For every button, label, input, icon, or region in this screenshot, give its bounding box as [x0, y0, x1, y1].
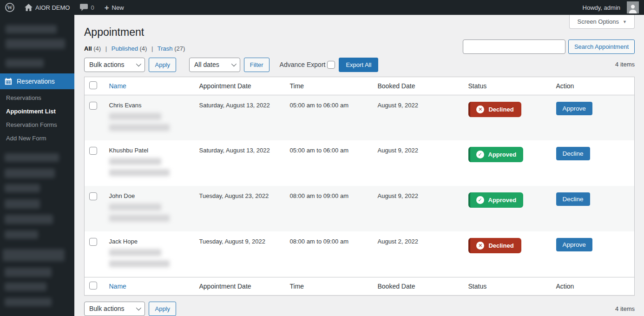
column-action: Action [552, 277, 635, 295]
items-count: 4 items [615, 305, 635, 312]
new-label: New [112, 4, 124, 11]
reservations-submenu: Reservations Appointment List Reservatio… [0, 91, 74, 145]
appointment-date: Saturday, August 13, 2022 [195, 95, 285, 140]
table-footer-row: Name Appointment Date Time Booked Date S… [85, 277, 635, 295]
wordpress-menu-button[interactable]: W [0, 0, 20, 15]
appointment-time: 08:00 am to 09:00 am [285, 231, 373, 277]
items-count: 4 items [615, 61, 635, 68]
table-row: John Doe Tuesday, August 23, 2022 08:00 … [85, 186, 635, 231]
bulk-actions-select[interactable]: Bulk actions [84, 58, 145, 72]
tablenav-bottom: Bulk actions Apply 4 items [84, 302, 635, 316]
select-all-checkbox[interactable] [89, 81, 97, 89]
approve-button[interactable]: Approve [556, 102, 592, 115]
apply-button[interactable]: Apply [149, 302, 176, 316]
page-title: Appointment [84, 15, 635, 41]
sidebar-item-label: Reservations [17, 78, 55, 85]
appointment-time: 08:00 am to 09:00 am [285, 186, 373, 231]
comment-icon [80, 4, 88, 11]
appointment-name: Jack Hope [109, 238, 190, 245]
declined-icon: ✕ [476, 105, 484, 113]
status-badge: ✓Approved [468, 147, 524, 162]
filter-all[interactable]: All (4) [84, 45, 101, 52]
column-status: Status [464, 77, 552, 95]
search-appointment-button[interactable]: Search Appointment [568, 40, 635, 54]
column-booked-date: Booked Date [373, 77, 464, 95]
submenu-item-reservations[interactable]: Reservations [0, 91, 74, 105]
admin-sidebar: Reservations Reservations Appointment Li… [0, 15, 74, 316]
decline-button[interactable]: Decline [556, 147, 590, 160]
redacted-contact-line [109, 113, 161, 120]
redacted-contact-line [109, 249, 161, 256]
filter-published[interactable]: Published (4) [112, 45, 147, 52]
redacted-menu-item [6, 25, 57, 33]
sort-by-name-link[interactable]: Name [109, 283, 126, 290]
booked-date: August 9, 2022 [373, 186, 464, 231]
redacted-contact-line [109, 260, 170, 267]
advance-export-checkbox[interactable] [327, 61, 335, 69]
appointment-name: Khushbu Patel [109, 147, 190, 154]
admin-bar: W AIOR DEMO 0 + New Howdy, admin [0, 0, 644, 15]
submenu-item-appointment-list[interactable]: Appointment List [0, 105, 74, 118]
advance-export-label: Advance Export [280, 61, 326, 68]
site-name-link[interactable]: AIOR DEMO [20, 0, 75, 15]
comments-button[interactable]: 0 [75, 0, 99, 15]
redacted-contact-line [109, 215, 170, 222]
search-box: Search Appointment [463, 40, 635, 54]
advance-export-control: Advance Export [280, 61, 335, 69]
plus-icon: + [105, 4, 109, 12]
row-checkbox[interactable] [89, 238, 97, 246]
my-account-button[interactable]: Howdy, admin [578, 0, 644, 15]
submenu-item-add-new-form[interactable]: Add New Form [0, 132, 74, 145]
submenu-item-reservation-forms[interactable]: Reservation Forms [0, 118, 74, 132]
sidebar-item-reservations[interactable]: Reservations [0, 73, 74, 89]
comment-count: 0 [91, 4, 94, 11]
appointment-time: 05:00 am to 06:00 am [285, 95, 373, 140]
select-all-checkbox[interactable] [89, 282, 97, 290]
export-all-button[interactable]: Export All [339, 58, 378, 72]
redacted-menu-item [5, 169, 55, 178]
redacted-menu-item [5, 268, 52, 277]
appointment-date: Tuesday, August 23, 2022 [195, 186, 285, 231]
date-filter-select[interactable]: All dates [189, 58, 240, 72]
tablenav-top: Bulk actions Apply All dates Filter Adva… [84, 58, 635, 72]
appointment-name: John Doe [109, 192, 190, 199]
sort-by-name-link[interactable]: Name [109, 82, 126, 90]
row-checkbox[interactable] [89, 192, 97, 200]
row-checkbox[interactable] [89, 147, 97, 155]
appointment-date: Tuesday, August 9, 2022 [195, 231, 285, 277]
search-input[interactable] [463, 40, 565, 54]
chevron-down-icon [136, 61, 141, 66]
home-icon [25, 4, 33, 11]
redacted-menu-item [5, 230, 38, 239]
appointment-time: 05:00 am to 06:00 am [285, 140, 373, 186]
row-checkbox[interactable] [89, 102, 97, 110]
redacted-menu-item [5, 153, 59, 162]
table-row: Khushbu Patel Saturday, August 13, 2022 … [85, 140, 635, 186]
booked-date: August 9, 2022 [373, 140, 464, 186]
redacted-menu-item [5, 199, 40, 209]
redacted-menu-item [6, 39, 65, 49]
main-content: Screen Options ▼ Search Appointment Appo… [74, 15, 644, 316]
column-booked-date: Booked Date [373, 277, 464, 295]
column-appointment-date: Appointment Date [195, 77, 285, 95]
approved-icon: ✓ [476, 196, 484, 204]
bulk-actions-select[interactable]: Bulk actions [84, 302, 145, 316]
appointment-date: Saturday, August 13, 2022 [195, 140, 285, 186]
column-action: Action [552, 77, 635, 95]
screen-options-button[interactable]: Screen Options ▼ [569, 15, 635, 29]
filter-trash[interactable]: Trash (27) [158, 45, 185, 52]
redacted-menu-item [5, 283, 46, 291]
chevron-down-icon: ▼ [623, 20, 627, 24]
redacted-contact-line [109, 204, 161, 211]
approve-button[interactable]: Approve [556, 238, 592, 251]
new-content-button[interactable]: + New [99, 0, 129, 15]
filter-button[interactable]: Filter [244, 58, 269, 72]
site-name-label: AIOR DEMO [35, 4, 70, 11]
table-header-row: Name Appointment Date Time Booked Date S… [85, 77, 635, 95]
howdy-label: Howdy, admin [583, 4, 620, 11]
decline-button[interactable]: Decline [556, 192, 590, 206]
status-badge: ✕Declined [468, 238, 521, 253]
apply-button[interactable]: Apply [149, 58, 176, 72]
appointments-table: Name Appointment Date Time Booked Date S… [84, 77, 635, 296]
status-badge: ✓Approved [468, 192, 524, 208]
